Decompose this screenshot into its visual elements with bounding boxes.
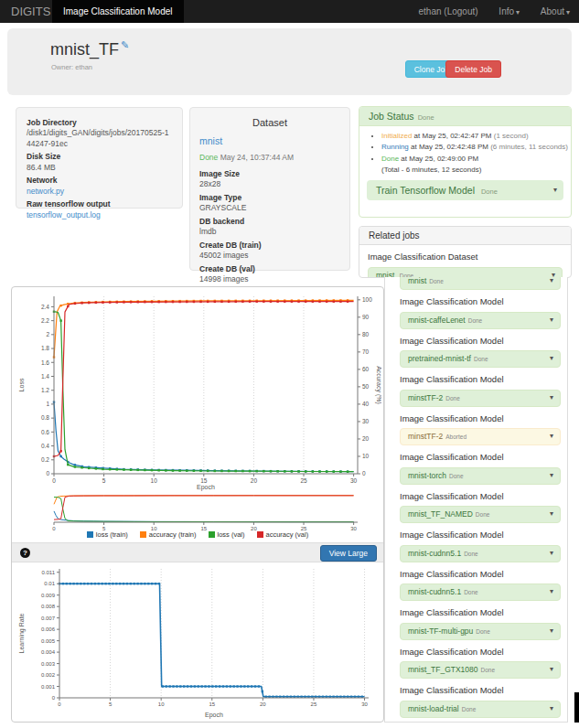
svg-text:Loss: Loss xyxy=(18,378,25,391)
svg-text:0.006: 0.006 xyxy=(41,626,56,632)
related-job-item[interactable]: minstTF-2Done▾ xyxy=(400,390,561,407)
related-job-type-label: Image Classification Model xyxy=(400,530,561,541)
chevron-down-icon: ▾ xyxy=(516,8,520,16)
info-menu-label: Info xyxy=(499,6,514,16)
svg-text:10: 10 xyxy=(362,453,370,459)
nav-image-classification-model[interactable]: Image Classification Model xyxy=(52,0,184,23)
job-info-list: Job Directory/disk1/digits_GAN/digits/jo… xyxy=(27,118,172,220)
svg-text:0.004: 0.004 xyxy=(41,649,56,655)
related-job-item[interactable]: mnist-torchDone▾ xyxy=(400,467,561,485)
related-job-item[interactable]: mnist-TF-multi-gpuDone▾ xyxy=(400,623,561,640)
info-label: Raw tensorflow output xyxy=(27,199,172,209)
related-job-name: mnist-TF-multi-gpu xyxy=(408,626,473,636)
top-navbar: DIGITS Image Classification Model ethan … xyxy=(0,0,579,23)
legend-item[interactable]: accuracy (val) xyxy=(257,530,309,539)
info-file-link[interactable]: network.py xyxy=(27,187,64,196)
legend-label: loss (val) xyxy=(218,530,245,539)
svg-text:Learning Rate: Learning Rate xyxy=(18,613,26,653)
chevron-down-icon: ▾ xyxy=(550,277,553,285)
info-value: /disk1/digits_GAN/digits/jobs/20170525-1… xyxy=(27,128,172,149)
info-menu[interactable]: Info▾ xyxy=(499,6,520,16)
train-model-accordion[interactable]: Train Tensorflow Model Done ▾ xyxy=(367,180,563,200)
related-job-name: mnist_TF_GTX1080 xyxy=(408,665,478,674)
related-job-type-label: Image Classification Model xyxy=(400,647,561,658)
related-job-name: mnist-torch xyxy=(408,471,446,480)
related-job-item[interactable]: mnist-caffeLenetDone▾ xyxy=(400,312,561,329)
dataset-field-value: 14998 images xyxy=(199,274,340,284)
delete-job-button[interactable]: Delete Job xyxy=(445,60,501,78)
svg-text:Epoch: Epoch xyxy=(205,712,223,719)
job-status-panel: Job StatusDone Initialized at May 25, 02… xyxy=(359,106,572,218)
related-job-item[interactable]: pretrained-mnist-tfDone▾ xyxy=(400,350,561,368)
related-job-type-label: Image Classification Model xyxy=(400,296,561,307)
dataset-field-label: Create DB (train) xyxy=(199,241,340,251)
svg-text:10: 10 xyxy=(151,477,158,484)
training-overview-chart[interactable]: 051015202530 xyxy=(16,492,381,534)
svg-text:0.8: 0.8 xyxy=(41,414,49,421)
related-job-name: pretrained-mnist-tf xyxy=(408,354,471,363)
svg-text:Accuracy (%): Accuracy (%) xyxy=(375,366,381,404)
dataset-status-done: Done xyxy=(199,153,218,162)
legend-item[interactable]: loss (val) xyxy=(209,530,245,539)
svg-text:70: 70 xyxy=(362,348,370,355)
related-job-name: minstTF-2 xyxy=(408,432,443,441)
legend-label: accuracy (val) xyxy=(266,530,309,539)
learning-rate-chart[interactable]: 05101520253000.0010.0020.0030.0040.0050.… xyxy=(16,564,381,720)
app-logo[interactable]: DIGITS xyxy=(11,0,50,23)
svg-text:0.008: 0.008 xyxy=(41,604,56,609)
related-job-item[interactable]: mnist_TF_NAMEDDone▾ xyxy=(400,506,561,523)
legend-item[interactable]: loss (train) xyxy=(87,530,128,539)
svg-text:2.4: 2.4 xyxy=(41,304,49,310)
job-status-badge: Done xyxy=(418,113,434,122)
info-file-link[interactable]: tensorflow_output.log xyxy=(27,210,101,219)
related-job-type-label: Image Classification Model xyxy=(400,607,561,618)
related-job-item[interactable]: mnist-cudnn5.1Done▾ xyxy=(400,583,561,601)
status-total: (Total - 6 minutes, 12 seconds) xyxy=(381,165,571,176)
training-chart[interactable]: 05101520253000.20.40.60.811.21.41.61.822… xyxy=(16,291,381,492)
user-menu[interactable]: ethan (Logout) xyxy=(419,6,478,16)
related-job-type-label: Image Classification Model xyxy=(400,685,561,696)
dataset-link[interactable]: mnist xyxy=(199,135,222,146)
svg-text:20: 20 xyxy=(260,701,266,707)
status-event-time: at May 25, 02:42:48 PM xyxy=(409,143,490,151)
related-job-item[interactable]: mnist_TF_GTX1080Done▾ xyxy=(400,661,561,679)
related-job-item[interactable]: mnistDone▾ xyxy=(400,277,561,290)
svg-text:30: 30 xyxy=(362,418,370,424)
legend-swatch xyxy=(209,531,215,538)
view-large-button[interactable]: View Large xyxy=(320,545,377,562)
chevron-down-icon: ▾ xyxy=(550,393,553,402)
related-job-status: Done xyxy=(464,551,478,557)
svg-text:0: 0 xyxy=(46,470,49,476)
related-job-item[interactable]: mnist-cudnn5.1Done▾ xyxy=(400,545,561,562)
related-job-status: Done xyxy=(481,667,496,673)
svg-text:90: 90 xyxy=(362,314,370,320)
related-jobs-panel: Related jobs Image Classification Datase… xyxy=(359,226,572,278)
svg-text:0.005: 0.005 xyxy=(41,638,56,644)
svg-text:25: 25 xyxy=(300,477,307,484)
related-job-item[interactable]: mnist-load-trialDone▾ xyxy=(400,701,561,718)
about-menu[interactable]: About▾ xyxy=(541,6,570,16)
related-job-name: mnist-cudnn5.1 xyxy=(408,549,461,558)
job-status-header: Job StatusDone xyxy=(359,107,571,126)
svg-text:0.01: 0.01 xyxy=(44,581,55,586)
svg-text:0.009: 0.009 xyxy=(41,593,56,598)
navbar-right: ethan (Logout) Info▾ About▾ xyxy=(401,0,570,24)
page: DIGITS Image Classification Model ethan … xyxy=(0,0,579,728)
related-job-item[interactable]: minstTF-2Aborted▾ xyxy=(400,428,561,445)
dataset-panel: Dataset mnist Done May 24, 10:37:44 AM I… xyxy=(189,107,350,271)
chevron-down-icon: ▾ xyxy=(553,186,557,194)
svg-text:20: 20 xyxy=(362,435,370,442)
related-job-name: mnist-caffeLenet xyxy=(408,316,466,325)
chevron-down-icon: ▾ xyxy=(550,549,553,558)
help-icon[interactable]: ? xyxy=(20,548,30,558)
job-name: mnist_TF xyxy=(50,40,119,59)
svg-text:25: 25 xyxy=(311,701,317,707)
dataset-field-value: 45002 images xyxy=(199,251,340,261)
svg-text:0: 0 xyxy=(52,695,56,701)
legend-swatch xyxy=(140,531,146,538)
legend-item[interactable]: accuracy (train) xyxy=(140,530,197,539)
info-label: Disk Size xyxy=(27,152,172,162)
train-model-label: Train Tensorflow Model xyxy=(376,185,475,196)
chevron-down-icon: ▾ xyxy=(550,432,553,441)
edit-icon[interactable]: ✎ xyxy=(121,39,129,50)
